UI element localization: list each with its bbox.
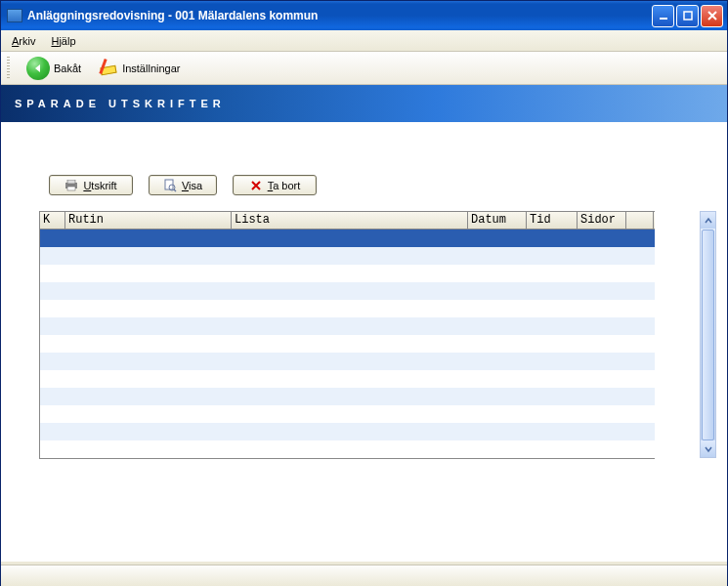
menu-bar: Arkiv Hjälp — [1, 30, 727, 52]
svg-line-7 — [174, 189, 176, 191]
table-row[interactable] — [40, 265, 655, 282]
table-row[interactable] — [40, 230, 655, 247]
table-body — [40, 230, 655, 458]
col-datum[interactable]: Datum — [468, 212, 527, 229]
print-button[interactable]: Utskrift — [49, 175, 133, 195]
table-header: K Rutin Lista Datum Tid Sidor — [40, 212, 655, 230]
svg-rect-4 — [67, 187, 75, 190]
close-button[interactable] — [701, 5, 723, 27]
printer-icon — [64, 179, 78, 192]
page-title: SPARADE UTSKRIFTER — [15, 98, 226, 109]
close-icon — [707, 10, 718, 21]
minimize-button[interactable] — [652, 5, 674, 27]
printouts-table: K Rutin Lista Datum Tid Sidor — [39, 211, 655, 459]
scroll-down-button[interactable] — [701, 440, 715, 457]
scroll-up-button[interactable] — [701, 212, 715, 229]
table-row[interactable] — [40, 405, 655, 423]
toolbar: Bakåt Inställningar — [1, 52, 727, 85]
toolbar-back-label: Bakåt — [54, 63, 81, 74]
show-button[interactable]: Visa — [149, 175, 217, 195]
scroll-thumb[interactable] — [702, 230, 714, 440]
toolbar-handle — [7, 57, 10, 80]
menu-arkiv[interactable]: Arkiv — [5, 33, 42, 49]
table-row[interactable] — [40, 353, 655, 370]
delete-icon — [249, 179, 263, 192]
table-row[interactable] — [40, 300, 655, 317]
app-icon — [7, 9, 22, 22]
svg-rect-0 — [660, 18, 667, 20]
window-title: Anläggningsredovisning - 001 Mälardalens… — [27, 9, 652, 22]
maximize-icon — [682, 10, 694, 21]
table-row[interactable] — [40, 282, 655, 300]
chevron-down-icon — [705, 445, 712, 453]
page-banner: SPARADE UTSKRIFTER — [1, 85, 727, 122]
title-bar: Anläggningsredovisning - 001 Mälardalens… — [1, 1, 727, 30]
table-row[interactable] — [40, 423, 655, 440]
window-frame: Anläggningsredovisning - 001 Mälardalens… — [0, 0, 728, 586]
table-row[interactable] — [40, 247, 655, 265]
settings-icon — [99, 59, 118, 78]
preview-icon — [163, 179, 177, 192]
svg-rect-3 — [67, 180, 75, 184]
col-sidor[interactable]: Sidor — [578, 212, 626, 229]
table-row[interactable] — [40, 317, 655, 335]
toolbar-settings-button[interactable]: Inställningar — [96, 55, 183, 82]
col-rutin[interactable]: Rutin — [65, 212, 232, 229]
content-area: Utskrift Visa Ta bort K Rutin List — [1, 122, 727, 562]
table-row[interactable] — [40, 388, 655, 405]
back-icon — [26, 57, 50, 80]
menu-hjalp[interactable]: Hjälp — [44, 33, 82, 49]
action-buttons: Utskrift Visa Ta bort — [2, 122, 726, 195]
col-lista[interactable]: Lista — [232, 212, 468, 229]
delete-button[interactable]: Ta bort — [233, 175, 317, 195]
status-bar — [1, 565, 727, 586]
table-container: K Rutin Lista Datum Tid Sidor — [39, 211, 699, 459]
col-blank — [626, 212, 654, 229]
toolbar-settings-label: Inställningar — [122, 63, 180, 74]
minimize-icon — [658, 10, 669, 21]
table-row[interactable] — [40, 370, 655, 388]
col-k[interactable]: K — [40, 212, 65, 229]
vertical-scrollbar[interactable] — [700, 211, 716, 458]
chevron-up-icon — [705, 217, 712, 225]
svg-rect-1 — [684, 12, 692, 20]
col-tid[interactable]: Tid — [527, 212, 578, 229]
maximize-button[interactable] — [676, 5, 699, 27]
table-row[interactable] — [40, 335, 655, 353]
table-row[interactable] — [40, 440, 655, 458]
toolbar-back-button[interactable]: Bakåt — [23, 55, 84, 82]
